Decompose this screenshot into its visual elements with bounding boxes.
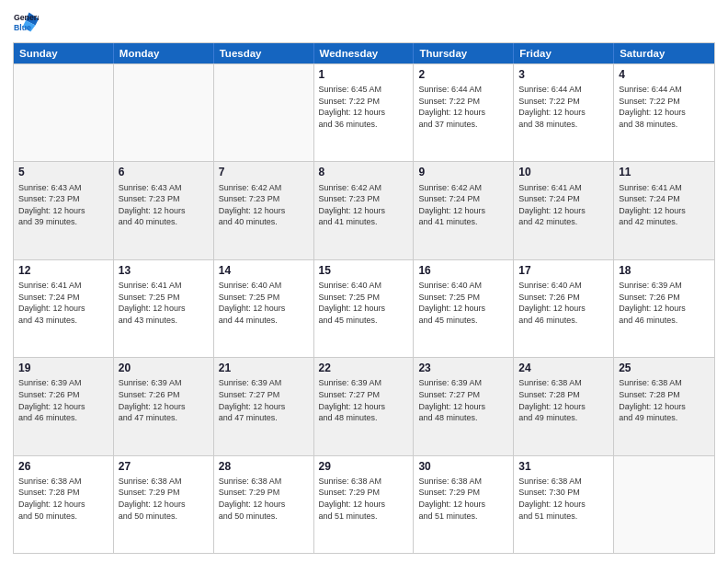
day-cell-24: 24Sunrise: 6:38 AM Sunset: 7:28 PM Dayli… [514,358,614,454]
day-cell-30: 30Sunrise: 6:38 AM Sunset: 7:29 PM Dayli… [414,456,514,553]
day-info: Sunrise: 6:40 AM Sunset: 7:26 PM Dayligh… [518,280,609,326]
day-cell-6: 6Sunrise: 6:43 AM Sunset: 7:23 PM Daylig… [114,162,214,259]
day-info: Sunrise: 6:44 AM Sunset: 7:22 PM Dayligh… [619,84,710,130]
day-info: Sunrise: 6:41 AM Sunset: 7:25 PM Dayligh… [119,280,209,326]
day-number: 16 [418,263,508,278]
day-info: Sunrise: 6:42 AM Sunset: 7:23 PM Dayligh… [319,182,409,228]
day-number: 27 [119,459,209,474]
day-info: Sunrise: 6:42 AM Sunset: 7:23 PM Dayligh… [219,182,309,228]
svg-text:Blue: Blue [14,23,31,32]
day-info: Sunrise: 6:38 AM Sunset: 7:28 PM Dayligh… [18,476,108,522]
day-info: Sunrise: 6:38 AM Sunset: 7:28 PM Dayligh… [619,377,710,423]
day-cell-31: 31Sunrise: 6:38 AM Sunset: 7:30 PM Dayli… [514,456,614,553]
day-header-wednesday: Wednesday [314,43,415,63]
day-cell-12: 12Sunrise: 6:41 AM Sunset: 7:24 PM Dayli… [14,260,114,357]
day-cell-11: 11Sunrise: 6:41 AM Sunset: 7:24 PM Dayli… [614,162,714,259]
day-cell-1: 1Sunrise: 6:45 AM Sunset: 7:22 PM Daylig… [314,64,415,161]
day-cell-15: 15Sunrise: 6:40 AM Sunset: 7:25 PM Dayli… [314,260,415,357]
day-info: Sunrise: 6:39 AM Sunset: 7:27 PM Dayligh… [219,377,309,423]
day-number: 20 [119,361,209,375]
day-cell-empty [14,64,114,161]
day-cell-22: 22Sunrise: 6:39 AM Sunset: 7:27 PM Dayli… [314,358,415,454]
day-cell-8: 8Sunrise: 6:42 AM Sunset: 7:23 PM Daylig… [314,162,415,259]
day-cell-7: 7Sunrise: 6:42 AM Sunset: 7:23 PM Daylig… [214,162,314,259]
logo-icon: General Blue [13,9,39,35]
day-info: Sunrise: 6:43 AM Sunset: 7:23 PM Dayligh… [18,182,108,228]
day-info: Sunrise: 6:39 AM Sunset: 7:27 PM Dayligh… [418,377,508,423]
day-info: Sunrise: 6:39 AM Sunset: 7:27 PM Dayligh… [319,377,409,423]
day-number: 2 [418,67,508,82]
day-header-sunday: Sunday [14,43,114,63]
day-number: 31 [518,459,609,474]
day-number: 10 [518,165,609,179]
day-info: Sunrise: 6:41 AM Sunset: 7:24 PM Dayligh… [518,182,609,228]
day-info: Sunrise: 6:38 AM Sunset: 7:30 PM Dayligh… [518,476,609,522]
day-info: Sunrise: 6:39 AM Sunset: 7:26 PM Dayligh… [119,377,209,423]
calendar-page: General Blue SundayMondayTuesdayWednesda… [0,0,728,563]
logo: General Blue [13,9,39,35]
day-number: 5 [18,165,108,179]
day-cell-10: 10Sunrise: 6:41 AM Sunset: 7:24 PM Dayli… [514,162,614,259]
day-number: 24 [518,361,609,375]
day-cell-17: 17Sunrise: 6:40 AM Sunset: 7:26 PM Dayli… [514,260,614,357]
day-number: 15 [319,263,409,278]
day-cell-25: 25Sunrise: 6:38 AM Sunset: 7:28 PM Dayli… [614,358,714,454]
day-info: Sunrise: 6:44 AM Sunset: 7:22 PM Dayligh… [418,84,508,130]
day-number: 14 [219,263,309,278]
day-number: 25 [619,361,710,375]
day-info: Sunrise: 6:38 AM Sunset: 7:29 PM Dayligh… [119,476,209,522]
day-header-friday: Friday [514,43,614,63]
day-info: Sunrise: 6:38 AM Sunset: 7:29 PM Dayligh… [418,476,508,522]
calendar-row-4: 19Sunrise: 6:39 AM Sunset: 7:26 PM Dayli… [14,357,714,454]
calendar-header: SundayMondayTuesdayWednesdayThursdayFrid… [14,43,714,63]
day-number: 4 [619,67,710,82]
calendar: SundayMondayTuesdayWednesdayThursdayFrid… [13,42,715,554]
day-cell-9: 9Sunrise: 6:42 AM Sunset: 7:24 PM Daylig… [414,162,514,259]
day-number: 9 [418,165,508,179]
day-cell-29: 29Sunrise: 6:38 AM Sunset: 7:29 PM Dayli… [314,456,415,553]
svg-text:General: General [14,13,39,22]
day-info: Sunrise: 6:45 AM Sunset: 7:22 PM Dayligh… [319,84,409,130]
day-number: 3 [518,67,609,82]
day-cell-5: 5Sunrise: 6:43 AM Sunset: 7:23 PM Daylig… [14,162,114,259]
day-number: 12 [18,263,108,278]
day-cell-4: 4Sunrise: 6:44 AM Sunset: 7:22 PM Daylig… [614,64,714,161]
day-info: Sunrise: 6:42 AM Sunset: 7:24 PM Dayligh… [418,182,508,228]
day-info: Sunrise: 6:39 AM Sunset: 7:26 PM Dayligh… [18,377,108,423]
calendar-row-5: 26Sunrise: 6:38 AM Sunset: 7:28 PM Dayli… [14,455,714,553]
day-info: Sunrise: 6:38 AM Sunset: 7:28 PM Dayligh… [518,377,609,423]
day-cell-19: 19Sunrise: 6:39 AM Sunset: 7:26 PM Dayli… [14,358,114,454]
day-cell-13: 13Sunrise: 6:41 AM Sunset: 7:25 PM Dayli… [114,260,214,357]
day-cell-empty [614,456,714,553]
day-cell-14: 14Sunrise: 6:40 AM Sunset: 7:25 PM Dayli… [214,260,314,357]
day-cell-23: 23Sunrise: 6:39 AM Sunset: 7:27 PM Dayli… [414,358,514,454]
day-info: Sunrise: 6:39 AM Sunset: 7:26 PM Dayligh… [619,280,710,326]
day-info: Sunrise: 6:40 AM Sunset: 7:25 PM Dayligh… [219,280,309,326]
day-cell-27: 27Sunrise: 6:38 AM Sunset: 7:29 PM Dayli… [114,456,214,553]
day-cell-2: 2Sunrise: 6:44 AM Sunset: 7:22 PM Daylig… [414,64,514,161]
day-number: 21 [219,361,309,375]
day-number: 17 [518,263,609,278]
day-number: 13 [119,263,209,278]
day-header-monday: Monday [114,43,214,63]
day-info: Sunrise: 6:40 AM Sunset: 7:25 PM Dayligh… [418,280,508,326]
day-cell-28: 28Sunrise: 6:38 AM Sunset: 7:29 PM Dayli… [214,456,314,553]
day-header-thursday: Thursday [414,43,514,63]
calendar-row-3: 12Sunrise: 6:41 AM Sunset: 7:24 PM Dayli… [14,259,714,357]
calendar-row-1: 1Sunrise: 6:45 AM Sunset: 7:22 PM Daylig… [14,63,714,161]
day-number: 22 [319,361,409,375]
day-number: 6 [119,165,209,179]
day-number: 19 [18,361,108,375]
day-cell-16: 16Sunrise: 6:40 AM Sunset: 7:25 PM Dayli… [414,260,514,357]
day-number: 26 [18,459,108,474]
day-number: 1 [319,67,409,82]
day-cell-21: 21Sunrise: 6:39 AM Sunset: 7:27 PM Dayli… [214,358,314,454]
day-number: 23 [418,361,508,375]
day-cell-18: 18Sunrise: 6:39 AM Sunset: 7:26 PM Dayli… [614,260,714,357]
day-header-saturday: Saturday [614,43,714,63]
calendar-body: 1Sunrise: 6:45 AM Sunset: 7:22 PM Daylig… [14,63,714,553]
day-header-tuesday: Tuesday [214,43,314,63]
day-info: Sunrise: 6:41 AM Sunset: 7:24 PM Dayligh… [619,182,710,228]
day-number: 7 [219,165,309,179]
day-info: Sunrise: 6:38 AM Sunset: 7:29 PM Dayligh… [219,476,309,522]
